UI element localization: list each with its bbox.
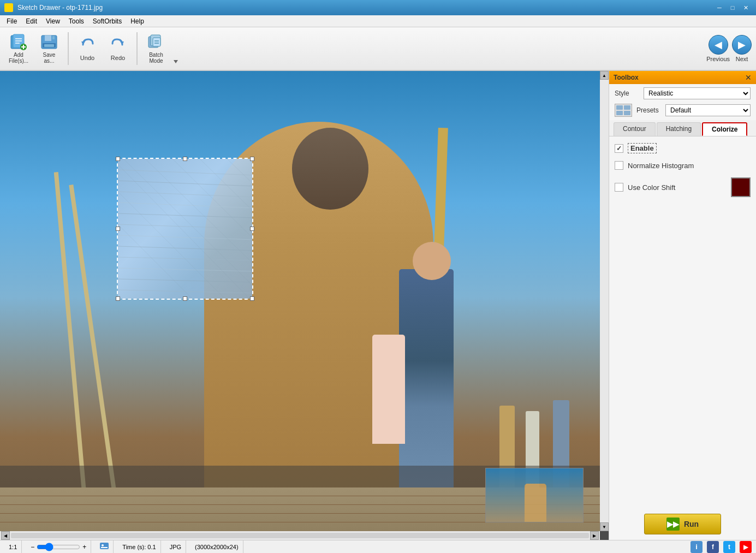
man-figure (399, 269, 454, 498)
previous-button[interactable]: ◀ Previous (706, 35, 730, 62)
tab-colorize[interactable]: Colorize (702, 122, 747, 136)
scroll-bottom[interactable]: ◀ ▶ (0, 531, 600, 540)
normalize-label: Normalize Histogram (628, 162, 694, 170)
toolbox-header: Toolbox ✕ (609, 71, 756, 84)
selection-handle-br[interactable] (250, 296, 254, 301)
youtube-button[interactable]: ▶ (740, 541, 752, 553)
scroll-down-button[interactable]: ▼ (600, 522, 609, 531)
undo-label: Undo (80, 55, 94, 61)
batch-mode-icon (147, 33, 165, 51)
svg-marker-13 (81, 41, 85, 45)
scroll-up-button[interactable]: ▲ (600, 71, 609, 80)
run-label: Run (684, 520, 699, 528)
svg-rect-44 (624, 111, 630, 115)
zoom-segment: 1:1 (4, 540, 22, 553)
close-button[interactable]: ✕ (740, 2, 752, 14)
color-swatch[interactable] (731, 177, 751, 197)
scroll-left-button[interactable]: ◀ (1, 531, 10, 540)
zoom-control[interactable]: − + (26, 540, 91, 553)
toolbar-separator-2 (136, 32, 138, 65)
svg-rect-42 (624, 105, 630, 110)
zoom-ratio: 1:1 (9, 544, 17, 550)
next-button[interactable]: ▶ Next (732, 35, 752, 62)
canvas-area[interactable]: ▲ ▼ ◀ ▶ (0, 71, 609, 540)
zoom-slider[interactable] (37, 543, 80, 551)
toolbox-body: Style Realistic Presets Default (609, 84, 756, 540)
undo-button[interactable]: Undo (73, 30, 102, 67)
format-segment: JPG (165, 540, 186, 553)
selection-handle-ml[interactable] (116, 227, 120, 231)
color-shift-checkbox[interactable] (615, 183, 623, 192)
svg-line-26 (118, 224, 252, 229)
tab-contour[interactable]: Contour (614, 122, 656, 136)
save-as-label: Save as... (43, 52, 56, 64)
zoom-plus-icon[interactable]: + (82, 543, 86, 551)
selection-handle-mr[interactable] (250, 227, 254, 231)
svg-line-39 (118, 192, 224, 298)
help-info-button[interactable]: i (690, 541, 703, 553)
svg-line-40 (118, 224, 192, 298)
twitter-button[interactable]: t (723, 541, 735, 553)
style-select[interactable]: Realistic (644, 87, 751, 99)
enable-row: Enable (615, 143, 751, 153)
colorize-content: Enable Normalize Histogram Use Color Shi… (609, 136, 756, 204)
redo-button[interactable]: Redo (104, 30, 132, 67)
image-info-icon (100, 543, 109, 551)
scroll-thumb-h[interactable] (11, 533, 589, 538)
menu-help[interactable]: Help (126, 16, 148, 26)
minimize-button[interactable]: ─ (713, 2, 725, 14)
svg-rect-9 (45, 35, 51, 41)
selection-handle-bm[interactable] (183, 296, 187, 301)
svg-line-24 (118, 203, 252, 208)
dimensions-segment: (3000x2000x24) (191, 540, 243, 553)
toolbar: Add File(s)... Save as... Undo (0, 27, 756, 71)
menu-view[interactable]: View (41, 16, 64, 26)
main-area: ▲ ▼ ◀ ▶ (0, 71, 756, 540)
svg-line-37 (227, 159, 252, 185)
zoom-minus-icon[interactable]: − (31, 543, 34, 551)
dimensions-label: (3000x2000x24) (195, 544, 239, 550)
svg-marker-20 (174, 60, 178, 63)
selection-handle-tl[interactable] (116, 157, 120, 161)
selection-handle-bl[interactable] (116, 296, 120, 301)
nav-area: ◀ Previous ▶ Next (706, 35, 752, 62)
presets-select[interactable]: Default (665, 104, 751, 116)
svg-rect-43 (616, 111, 623, 115)
preview-thumbnail[interactable] (485, 468, 584, 522)
toolbox-close-button[interactable]: ✕ (745, 73, 752, 82)
info-icon-segment (96, 540, 114, 553)
scroll-right[interactable]: ▲ ▼ (600, 71, 609, 531)
run-icon: ▶▶ (666, 518, 680, 531)
menu-file[interactable]: File (2, 16, 21, 26)
sketch-overlay (118, 159, 252, 299)
batch-mode-button[interactable]: Batch Mode (142, 30, 170, 67)
run-button[interactable]: ▶▶ Run (644, 514, 721, 534)
undo-icon (79, 36, 96, 53)
svg-rect-45 (100, 543, 109, 549)
menu-tools[interactable]: Tools (64, 16, 88, 26)
save-as-button[interactable]: Save as... (35, 30, 63, 67)
svg-rect-17 (153, 38, 160, 46)
svg-point-46 (102, 544, 104, 546)
menu-edit[interactable]: Edit (21, 16, 41, 26)
redo-label: Redo (111, 55, 125, 61)
facebook-button[interactable]: f (707, 541, 719, 553)
svg-line-38 (118, 164, 249, 298)
toolbox-panel: Toolbox ✕ Style Realistic (609, 71, 756, 540)
selection-handle-tm[interactable] (183, 157, 187, 161)
menu-softorbits[interactable]: SoftOrbits (88, 16, 126, 26)
svg-line-31 (118, 279, 252, 282)
normalize-checkbox[interactable] (615, 161, 623, 170)
enable-label: Enable (628, 143, 657, 153)
svg-line-25 (118, 213, 252, 218)
tab-hatching[interactable]: Hatching (657, 122, 701, 136)
enable-checkbox[interactable] (615, 144, 623, 153)
window-controls: ─ □ ✕ (713, 2, 752, 14)
maximize-button[interactable]: □ (727, 2, 739, 14)
selection-handle-tr[interactable] (250, 157, 254, 161)
toolbar-expand[interactable] (172, 30, 179, 67)
scroll-right-button[interactable]: ▶ (590, 531, 599, 540)
svg-rect-11 (52, 36, 55, 39)
svg-line-33 (123, 159, 252, 287)
add-files-button[interactable]: Add File(s)... (4, 30, 33, 67)
